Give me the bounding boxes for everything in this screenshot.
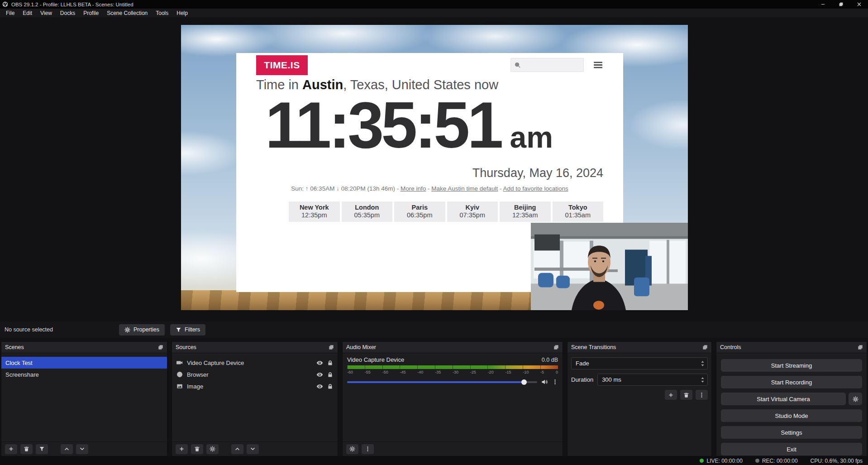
transition-options-button[interactable] (696, 390, 708, 400)
settings-button[interactable]: Settings (721, 426, 862, 439)
current-date: Thursday, May 16, 2024 (472, 166, 603, 180)
city-card: New York 12:35pm (289, 201, 340, 222)
menu-scene-collection[interactable]: Scene Collection (103, 10, 152, 16)
start-streaming-button[interactable]: Start Streaming (721, 359, 862, 372)
menu-tools[interactable]: Tools (152, 10, 172, 16)
sources-panel-header: Sources (172, 342, 338, 353)
favorite-link: Add to favorite locations (503, 185, 568, 192)
scale-tick: -10 (523, 370, 529, 374)
scene-item-clock-test[interactable]: Clock Test (1, 357, 167, 369)
advanced-audio-properties-button[interactable] (346, 444, 358, 454)
filters-button[interactable]: Filters (170, 324, 205, 336)
scale-tick: -40 (417, 370, 423, 374)
scale-tick: -5 (540, 370, 544, 374)
separator: - (426, 185, 431, 192)
live-status: LIVE: 00:00:00 (700, 458, 742, 464)
remove-transition-button[interactable] (680, 390, 692, 400)
city-name: London (342, 204, 393, 211)
add-source-button[interactable] (176, 444, 188, 454)
obs-logo-icon (2, 1, 8, 7)
scene-label: Clock Test (5, 360, 33, 366)
timeis-search-box (510, 58, 584, 72)
city-time: 12:35pm (289, 211, 340, 219)
spinner-arrows-icon[interactable] (701, 377, 705, 383)
source-item-video-capture[interactable]: Video Capture Device (172, 357, 338, 369)
menu-help[interactable]: Help (172, 10, 192, 16)
move-source-up-button[interactable] (231, 444, 243, 454)
add-scene-button[interactable] (5, 444, 17, 454)
virtual-camera-settings-button[interactable] (849, 393, 862, 405)
program-canvas[interactable]: TIME.IS Time in Austin, Texas, United St… (181, 25, 688, 310)
dock-float-icon[interactable] (329, 345, 334, 350)
move-source-down-button[interactable] (247, 444, 259, 454)
volume-slider-handle[interactable] (521, 379, 527, 385)
scenes-panel: Scenes Clock Test Screenshare (1, 341, 167, 456)
webcam-source (531, 223, 688, 310)
volume-slider[interactable] (347, 381, 537, 383)
scene-transitions-body: Fade Duration 300 ms (568, 353, 711, 456)
start-recording-button[interactable]: Start Recording (721, 376, 862, 388)
source-item-browser[interactable]: Browser (172, 369, 338, 380)
scale-tick: -55 (365, 370, 371, 374)
menu-profile[interactable]: Profile (79, 10, 103, 16)
visibility-eye-icon[interactable] (316, 360, 323, 366)
restore-button[interactable] (832, 0, 850, 9)
more-info-link: More info (401, 185, 426, 192)
start-virtual-camera-button[interactable]: Start Virtual Camera (721, 393, 846, 405)
lock-icon[interactable] (327, 384, 333, 389)
transition-select[interactable]: Fade (571, 357, 708, 369)
remove-source-button[interactable] (191, 444, 203, 454)
mixer-options-button[interactable] (362, 444, 374, 454)
properties-button[interactable]: Properties (119, 324, 165, 336)
city-time: 07:35pm (447, 211, 498, 219)
mixer-item-options-icon[interactable] (552, 379, 558, 385)
lock-icon[interactable] (327, 360, 333, 366)
source-item-image[interactable]: Image (172, 380, 338, 392)
remove-scene-button[interactable] (20, 444, 33, 454)
transition-selected-value: Fade (576, 360, 589, 367)
menu-docks[interactable]: Docks (56, 10, 79, 16)
source-label: Image (187, 383, 312, 390)
studio-mode-button[interactable]: Studio Mode (721, 409, 862, 422)
status-bar: LIVE: 00:00:00 REC: 00:00:00 CPU: 0.6%, … (0, 456, 868, 465)
lock-icon[interactable] (327, 372, 333, 378)
spinner-arrows-icon[interactable] (701, 360, 705, 367)
duration-input[interactable]: 300 ms (597, 374, 708, 386)
add-transition-button[interactable] (665, 390, 677, 400)
dock-float-icon[interactable] (158, 345, 163, 350)
menu-edit[interactable]: Edit (19, 10, 36, 16)
sources-list: Video Capture Device Browser (172, 353, 338, 441)
mixer-device-name: Video Capture Device (347, 356, 404, 363)
menu-bar: File Edit View Docks Profile Scene Colle… (0, 9, 868, 17)
scene-filters-button[interactable] (36, 444, 48, 454)
scene-item-screenshare[interactable]: Screenshare (1, 369, 167, 380)
menu-view[interactable]: View (36, 10, 56, 16)
clock-time: 11:35:51 (265, 93, 501, 158)
dock-float-icon[interactable] (702, 345, 708, 350)
audio-mixer-panel: Audio Mixer Video Capture Device 0.0 dB … (342, 341, 563, 456)
source-label: Browser (187, 371, 312, 378)
visibility-eye-icon[interactable] (316, 371, 323, 378)
close-button[interactable] (850, 0, 868, 9)
sun-times: Sun: ↑ 06:35AM ↓ 08:20PM (13h 46m) - (291, 185, 401, 192)
mixer-level-db: 0.0 dB (542, 357, 558, 363)
controls-panel: Controls Start Streaming Start Recording… (716, 341, 867, 456)
move-scene-up-button[interactable] (61, 444, 73, 454)
volume-meter (347, 365, 558, 369)
scale-tick: -50 (382, 370, 388, 374)
scale-tick: -60 (347, 370, 353, 374)
source-properties-button[interactable] (206, 444, 219, 454)
move-scene-down-button[interactable] (76, 444, 88, 454)
city-time: 01:35am (553, 211, 604, 219)
cpu-fps-stats: CPU: 0.6%, 30.00 fps (811, 458, 863, 464)
source-label: Video Capture Device (187, 360, 312, 366)
mute-speaker-icon[interactable] (541, 379, 548, 385)
minimize-button[interactable] (814, 0, 832, 9)
menu-file[interactable]: File (2, 10, 19, 16)
timeis-logo: TIME.IS (256, 55, 308, 75)
dock-float-icon[interactable] (553, 345, 559, 350)
visibility-eye-icon[interactable] (316, 383, 323, 390)
scene-transitions-title: Scene Transitions (571, 344, 616, 350)
exit-button[interactable]: Exit (721, 443, 862, 455)
dock-float-icon[interactable] (858, 345, 863, 350)
